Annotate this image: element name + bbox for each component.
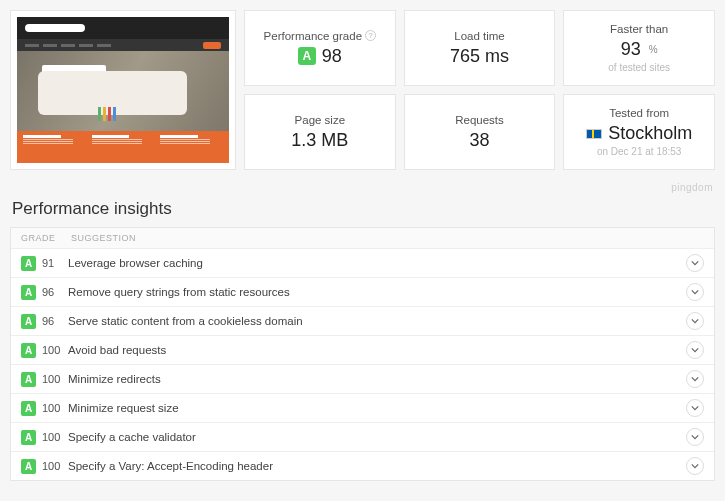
- chevron-down-icon[interactable]: [686, 254, 704, 272]
- faster-than-unit: %: [649, 44, 658, 55]
- insight-row[interactable]: A96Serve static content from a cookieles…: [11, 307, 714, 336]
- load-time-label: Load time: [454, 30, 505, 42]
- page-size-label: Page size: [295, 114, 346, 126]
- insight-suggestion: Avoid bad requests: [68, 344, 686, 356]
- header-suggestion: SUGGESTION: [71, 233, 136, 243]
- insight-suggestion: Remove query strings from static resourc…: [68, 286, 686, 298]
- insight-row[interactable]: A91Leverage browser caching: [11, 249, 714, 278]
- insight-score: 100: [36, 344, 68, 356]
- grade-badge: A: [21, 430, 36, 445]
- sweden-flag-icon: [586, 129, 602, 139]
- tested-from-label: Tested from: [609, 107, 669, 119]
- card-tested-from: Tested from Stockholm on Dec 21 at 18:53: [563, 94, 715, 170]
- insight-suggestion: Leverage browser caching: [68, 257, 686, 269]
- insights-table: GRADE SUGGESTION A91Leverage browser cac…: [10, 227, 715, 481]
- performance-grade-label: Performance grade: [264, 30, 362, 42]
- card-requests: Requests 38: [404, 94, 556, 170]
- card-performance-grade: Performance grade ? A 98: [244, 10, 396, 86]
- help-icon[interactable]: ?: [365, 30, 376, 41]
- chevron-down-icon[interactable]: [686, 283, 704, 301]
- faster-than-sub: of tested sites: [608, 62, 670, 73]
- metrics-grid: Performance grade ? A 98 Load time 765 m…: [244, 10, 715, 170]
- chevron-down-icon[interactable]: [686, 428, 704, 446]
- chevron-down-icon[interactable]: [686, 399, 704, 417]
- insight-row[interactable]: A96Remove query strings from static reso…: [11, 278, 714, 307]
- insight-score: 100: [36, 431, 68, 443]
- grade-badge: A: [21, 372, 36, 387]
- insight-suggestion: Specify a cache validator: [68, 431, 686, 443]
- insight-row[interactable]: A100Avoid bad requests: [11, 336, 714, 365]
- card-load-time: Load time 765 ms: [404, 10, 556, 86]
- faster-than-value: 93: [621, 39, 641, 60]
- load-time-value: 765 ms: [450, 46, 509, 67]
- insights-table-header: GRADE SUGGESTION: [11, 228, 714, 249]
- insights-title: Performance insights: [12, 199, 715, 219]
- chevron-down-icon[interactable]: [686, 341, 704, 359]
- chevron-down-icon[interactable]: [686, 457, 704, 475]
- grade-badge: A: [21, 285, 36, 300]
- insight-score: 100: [36, 373, 68, 385]
- requests-value: 38: [469, 130, 489, 151]
- insight-suggestion: Minimize request size: [68, 402, 686, 414]
- performance-grade-value: 98: [322, 46, 342, 67]
- insight-score: 100: [36, 402, 68, 414]
- card-page-size: Page size 1.3 MB: [244, 94, 396, 170]
- grade-badge: A: [298, 47, 316, 65]
- top-summary: Performance grade ? A 98 Load time 765 m…: [10, 10, 715, 170]
- insight-row[interactable]: A100Specify a Vary: Accept-Encoding head…: [11, 452, 714, 480]
- header-grade: GRADE: [21, 233, 71, 243]
- thumbnail-preview: [17, 17, 229, 163]
- insight-suggestion: Specify a Vary: Accept-Encoding header: [68, 460, 686, 472]
- grade-badge: A: [21, 401, 36, 416]
- insight-row[interactable]: A100Specify a cache validator: [11, 423, 714, 452]
- grade-badge: A: [21, 256, 36, 271]
- insight-suggestion: Serve static content from a cookieless d…: [68, 315, 686, 327]
- page-size-value: 1.3 MB: [291, 130, 348, 151]
- requests-label: Requests: [455, 114, 504, 126]
- insight-row[interactable]: A100Minimize request size: [11, 394, 714, 423]
- insight-row[interactable]: A100Minimize redirects: [11, 365, 714, 394]
- grade-badge: A: [21, 459, 36, 474]
- insight-score: 91: [36, 257, 68, 269]
- tested-from-sub: on Dec 21 at 18:53: [597, 146, 682, 157]
- insight-suggestion: Minimize redirects: [68, 373, 686, 385]
- site-thumbnail: [10, 10, 236, 170]
- faster-than-label: Faster than: [610, 23, 668, 35]
- card-faster-than: Faster than 93 % of tested sites: [563, 10, 715, 86]
- insight-score: 100: [36, 460, 68, 472]
- grade-badge: A: [21, 314, 36, 329]
- insight-score: 96: [36, 315, 68, 327]
- chevron-down-icon[interactable]: [686, 312, 704, 330]
- insight-score: 96: [36, 286, 68, 298]
- chevron-down-icon[interactable]: [686, 370, 704, 388]
- tested-from-value: Stockholm: [608, 123, 692, 144]
- grade-badge: A: [21, 343, 36, 358]
- attribution: pingdom: [10, 182, 713, 193]
